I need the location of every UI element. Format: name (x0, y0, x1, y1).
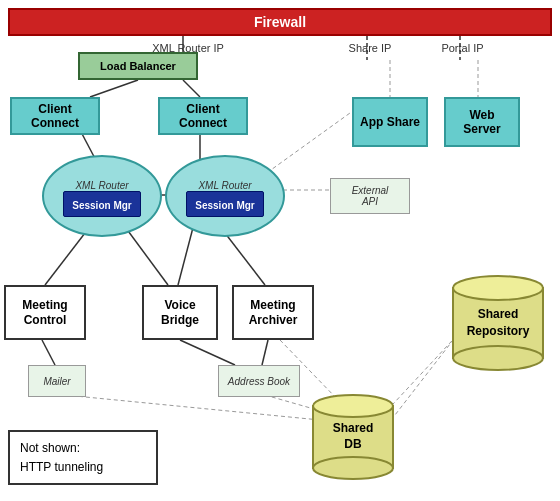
external-api-label: ExternalAPI (352, 185, 389, 207)
shared-db-svg: Shared DB (308, 390, 398, 485)
svg-text:DB: DB (344, 437, 362, 451)
svg-text:Repository: Repository (467, 324, 530, 338)
external-api-box: ExternalAPI (330, 178, 410, 214)
note-box: Not shown: HTTP tunneling (8, 430, 158, 485)
xml-router-1-label: XML Router (75, 180, 128, 191)
firewall-label: Firewall (254, 14, 306, 30)
meeting-archiver-label: MeetingArchiver (249, 298, 298, 327)
shared-repository-svg: Shared Repository (448, 270, 548, 375)
voice-bridge-label: Voice Bridge (144, 298, 216, 327)
web-server-box: WebServer (444, 97, 520, 147)
load-balancer-box: Load Balancer (78, 52, 198, 80)
share-ip-label: Share IP (340, 42, 400, 54)
client-connect-2-label: ClientConnect (179, 102, 227, 131)
svg-line-4 (183, 80, 200, 97)
svg-line-17 (180, 340, 235, 365)
svg-line-3 (90, 80, 138, 97)
meeting-archiver-box: MeetingArchiver (232, 285, 314, 340)
shared-repository-cylinder: Shared Repository (448, 270, 548, 375)
session-mgr-2-box: Session Mgr (186, 191, 263, 217)
address-book-label: Address Book (228, 376, 290, 387)
svg-point-26 (453, 346, 543, 370)
svg-point-31 (313, 457, 393, 479)
firewall-bar: Firewall (8, 8, 552, 36)
meeting-control-box: Meeting Control (4, 285, 86, 340)
note-label: Not shown: HTTP tunneling (20, 441, 103, 474)
xml-router-ellipse-1: XML Router Session Mgr (42, 155, 162, 237)
voice-bridge-box: Voice Bridge (142, 285, 218, 340)
xml-router-2-label: XML Router (198, 180, 251, 191)
mailer-label: Mailer (43, 376, 70, 387)
svg-text:Shared: Shared (333, 421, 374, 435)
svg-line-20 (65, 395, 320, 420)
client-connect-1-box: ClientConnect (10, 97, 100, 135)
svg-point-30 (313, 395, 393, 417)
web-server-label: WebServer (463, 108, 500, 137)
app-share-box: App Share (352, 97, 428, 147)
load-balancer-label: Load Balancer (100, 60, 176, 72)
meeting-control-label: Meeting Control (6, 298, 84, 327)
mailer-box: Mailer (28, 365, 86, 397)
session-mgr-2-label: Session Mgr (195, 200, 254, 211)
client-connect-1-label: ClientConnect (31, 102, 79, 131)
session-mgr-1-box: Session Mgr (63, 191, 140, 217)
diagram: Firewall XML Router IP Share IP Portal I… (0, 0, 560, 501)
xml-router-ellipse-2: XML Router Session Mgr (165, 155, 285, 237)
svg-line-16 (42, 340, 55, 365)
portal-ip-label: Portal IP (430, 42, 495, 54)
address-book-box: Address Book (218, 365, 300, 397)
shared-db-cylinder: Shared DB (308, 390, 398, 485)
session-mgr-1-label: Session Mgr (72, 200, 131, 211)
client-connect-2-box: ClientConnect (158, 97, 248, 135)
svg-line-18 (262, 340, 268, 365)
svg-text:Shared: Shared (478, 307, 519, 321)
app-share-label: App Share (360, 115, 420, 129)
svg-point-25 (453, 276, 543, 300)
